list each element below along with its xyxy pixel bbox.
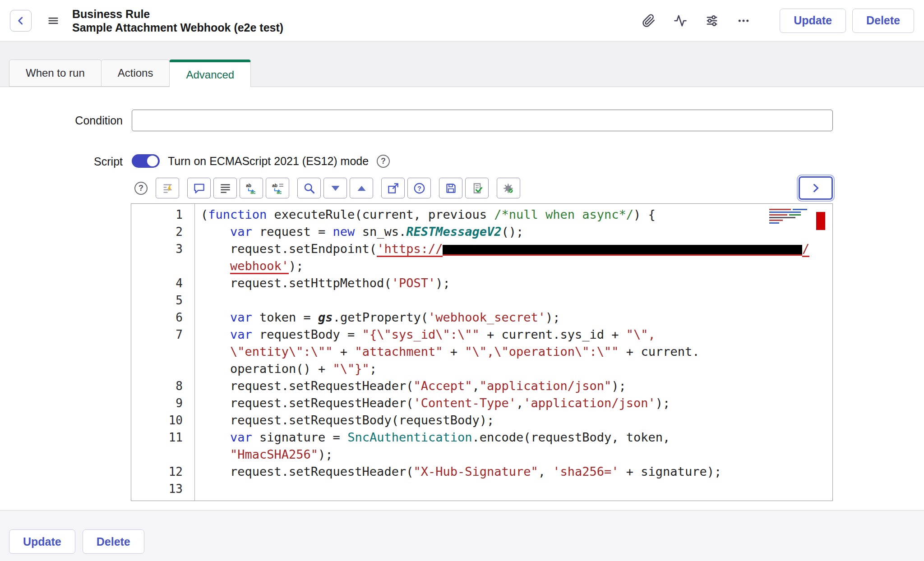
record-name: Sample Attachment Webhook (e2e test) [72, 21, 283, 34]
svg-text:ab: ab [272, 183, 277, 188]
code-line: request.setEndpoint('https:/// [201, 240, 832, 258]
hamburger-icon [47, 14, 60, 27]
footer-update-button[interactable]: Update [9, 529, 75, 554]
script-label: Script [0, 155, 123, 168]
code-line: request.setRequestHeader("Accept","appli… [201, 377, 832, 395]
svg-text:?: ? [417, 185, 421, 192]
back-button[interactable] [10, 10, 32, 32]
footer: Update Delete [0, 510, 924, 561]
expand-button[interactable] [350, 178, 373, 198]
editor-toolbar-groups: abacabac? [156, 178, 520, 198]
code-line: operation() + "\"}"; [201, 360, 832, 377]
help-button[interactable]: ? [407, 178, 431, 198]
code-editor[interactable]: 1(function executeRule(current, previous… [131, 203, 833, 501]
es-mode-toggle[interactable] [132, 154, 160, 168]
redacted-url [443, 245, 802, 256]
condition-label: Condition [0, 114, 123, 127]
code-line: request.setHttpMethod('POST'); [201, 275, 832, 292]
line-number: 11 [131, 429, 194, 463]
record-type-label: Business Rule [72, 7, 283, 21]
line-number: 9 [131, 395, 194, 412]
code-line: webhook'); [201, 258, 832, 275]
es-mode-label: Turn on ECMAScript 2021 (ES12) mode [168, 155, 369, 168]
code-line: \"entity\":\"" + "attachment" + "\",\"op… [201, 343, 832, 360]
search-button[interactable] [297, 178, 321, 198]
line-number: 5 [131, 292, 194, 309]
replace-all-button[interactable]: abac [266, 178, 289, 198]
replace-button[interactable]: abac [240, 178, 263, 198]
toggle-knob [147, 156, 158, 166]
syntax-check-button[interactable] [465, 178, 489, 198]
code-line [201, 480, 832, 497]
line-number: 1 [131, 206, 194, 223]
attachment-icon[interactable] [642, 14, 656, 28]
es-mode-help-icon[interactable]: ? [377, 155, 390, 168]
tab-bar: When to runActionsAdvanced [9, 60, 250, 87]
code-line [201, 292, 832, 309]
code-line: var token = gs.getProperty('webhook_secr… [201, 309, 832, 326]
text-lines-button[interactable] [213, 178, 237, 198]
tab-advanced[interactable]: Advanced [169, 60, 251, 87]
save-button[interactable] [439, 178, 462, 198]
code-line: "HmacSHA256"); [201, 446, 832, 463]
svg-text:ac: ac [277, 189, 282, 194]
open-window-button[interactable] [381, 178, 405, 198]
minimap [768, 207, 827, 236]
context-menu-button[interactable] [47, 14, 60, 27]
comment-button[interactable] [187, 178, 211, 198]
chevron-left-icon [15, 15, 27, 27]
code-line: var request = new sn_ws.RESTMessageV2(); [201, 223, 832, 240]
tab-when-to-run[interactable]: When to run [9, 60, 102, 87]
line-number: 3 [131, 240, 194, 275]
delete-button[interactable]: Delete [852, 9, 914, 33]
editor-expand-button[interactable] [799, 176, 833, 200]
more-icon[interactable] [736, 14, 751, 28]
format-code-button[interactable] [156, 178, 179, 198]
editor-help-icon[interactable]: ? [134, 182, 148, 195]
activity-icon[interactable] [673, 14, 688, 28]
code-line: request.setRequestBody(requestBody); [201, 412, 832, 429]
code-line: (function executeRule(current, previous … [201, 206, 832, 223]
line-number: 13 [131, 480, 194, 497]
line-number: 4 [131, 275, 194, 292]
header: Business Rule Sample Attachment Webhook … [0, 0, 924, 41]
line-number: 2 [131, 223, 194, 240]
line-number: 8 [131, 377, 194, 395]
chevron-right-icon [809, 182, 822, 194]
sliders-icon[interactable] [705, 14, 719, 28]
svg-text:ac: ac [250, 189, 256, 194]
line-number: 6 [131, 309, 194, 326]
condition-input[interactable] [132, 110, 833, 131]
line-number: 10 [131, 412, 194, 429]
code-line: request.setRequestHeader('Content-Type',… [201, 395, 832, 412]
line-number: 7 [131, 326, 194, 377]
svg-text:ab: ab [246, 183, 251, 188]
line-number: 12 [131, 463, 194, 480]
advanced-tab-panel: Condition Script Turn on ECMAScript 2021… [0, 87, 924, 510]
debug-button[interactable] [497, 178, 520, 198]
tab-actions[interactable]: Actions [101, 60, 170, 87]
code-line: var requestBody = "{\"sys_id\":\"" + cur… [201, 326, 832, 343]
editor-toolbar: ? abacabac? [134, 177, 520, 199]
footer-delete-button[interactable]: Delete [83, 529, 144, 554]
code-line: request.setRequestHeader("X-Hub-Signatur… [201, 463, 832, 480]
collapse-button[interactable] [323, 178, 347, 198]
code-line: var signature = SncAuthentication.encode… [201, 429, 832, 446]
code-lines: 1(function executeRule(current, previous… [131, 206, 832, 497]
update-button[interactable]: Update [780, 9, 846, 33]
